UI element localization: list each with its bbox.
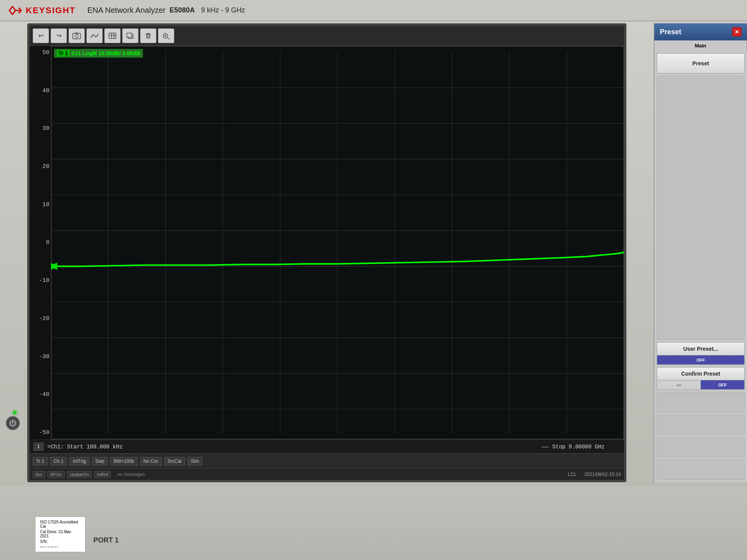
y-axis: 50 40 30 20 10 0 -10 -20 -30 -40 -50 (30, 46, 51, 439)
svg-line-16 (167, 38, 170, 39)
stop-frequency: Stop 9.00000 GHz (552, 444, 605, 450)
status-bar-1: Tr 1 Ch 1 IntTrig Swp BW=100k No Cor Src… (30, 453, 624, 468)
y-label-0: 0 (30, 240, 49, 245)
confirm-preset-button[interactable]: Confirm Preset (657, 367, 745, 380)
empty-button-3 (657, 415, 745, 435)
status-rfon[interactable]: RFOn (47, 471, 64, 478)
status-ch1[interactable]: Ch 1 (50, 457, 67, 466)
freq-line: —— (542, 444, 549, 450)
confirm-preset-on[interactable]: on (657, 380, 701, 389)
channel-indicator: 1 (33, 443, 44, 451)
trace-number: Tr 1 (57, 50, 70, 56)
user-preset-toggle[interactable]: OFF (657, 355, 745, 365)
sticker-line3: S/N: (40, 539, 81, 544)
confirm-preset-group: Confirm Preset on OFF (657, 367, 745, 390)
chart-area: Tr 1 S11 LogM 10.00dB/ 0.00dB (51, 46, 624, 439)
port-1-label: PORT 1 (93, 536, 119, 544)
screenshot-button[interactable] (68, 28, 85, 43)
svg-rect-12 (147, 34, 150, 38)
datetime: 2021/08/02-15:14 (584, 472, 621, 477)
y-label-n30: -30 (30, 354, 49, 360)
user-preset-off[interactable]: OFF (657, 355, 744, 364)
redo-button[interactable]: ↪ (51, 28, 67, 43)
y-label-30: 30 (30, 126, 49, 131)
status-bar-2: Svc RFOn UpdateOn IntRef no messages LCL… (30, 468, 624, 480)
svg-rect-11 (127, 33, 132, 37)
svg-rect-3 (73, 33, 81, 39)
y-label-n40: -40 (30, 392, 49, 397)
instrument-name: ENA Network Analyzer (87, 6, 165, 15)
power-led (13, 411, 17, 415)
user-preset-group: User Preset... OFF (657, 342, 745, 365)
y-label-10: 10 (30, 202, 49, 208)
empty-button-5 (657, 460, 745, 480)
empty-button-1 (657, 76, 745, 340)
status-tr1[interactable]: Tr 1 (33, 457, 48, 466)
sticker-line1: ISO 17025 Accredited Cal (40, 520, 81, 528)
svg-rect-6 (109, 33, 116, 38)
preset-panel: Preset ✕ Main Preset User Preset... (654, 23, 747, 482)
empty-button-4 (657, 437, 745, 457)
freq-range: 9 kHz - 9 GHz (201, 6, 245, 14)
y-label-40: 40 (30, 88, 49, 94)
status-inttrig[interactable]: IntTrig (69, 457, 89, 466)
y-label-50: 50 (30, 50, 49, 56)
trace-label: Tr 1 S11 LogM 10.00dB/ 0.00dB (54, 49, 143, 58)
bottom-section: ISO 17025 Accredited Cal Cal Done: 22-Ma… (0, 486, 747, 560)
panel-tabs: Main (654, 40, 747, 51)
trace-button[interactable] (86, 28, 103, 43)
svg-point-4 (75, 35, 78, 38)
confirm-preset-off[interactable]: OFF (701, 380, 744, 389)
display-area: ↩ ↪ 50 40 (27, 23, 626, 482)
trace-info: S11 LogM 10.00dB/ 0.00dB (71, 50, 140, 56)
header-bar: KEYSIGHT ENA Network Analyzer E5080A 9 k… (0, 0, 747, 21)
start-frequency: >Ch1: Start 100.000 kHz (47, 444, 542, 450)
chart-bottom-bar: 1 >Ch1: Start 100.000 kHz —— Stop 9.0000… (30, 439, 624, 453)
cal-sticker: ISO 17025 Accredited Cal Cal Done: 22-Ma… (35, 516, 86, 552)
zoom-button[interactable] (158, 28, 174, 43)
keysight-logo: KEYSIGHT (8, 5, 75, 16)
delete-button[interactable] (140, 28, 156, 43)
chart-container: 50 40 30 20 10 0 -10 -20 -30 -40 -50 (30, 46, 624, 439)
y-label-20: 20 (30, 164, 49, 170)
copy-button[interactable] (122, 28, 139, 43)
power-icon (9, 419, 17, 427)
status-message: no messages (113, 472, 566, 477)
status-srccal[interactable]: SrcCal (164, 457, 185, 466)
undo-button[interactable]: ↩ (33, 28, 49, 43)
keysight-sticker: KEYSIGHT (40, 545, 81, 549)
chart-svg (51, 46, 624, 439)
instrument-model: E5080A (170, 6, 195, 14)
empty-button-2 (657, 392, 745, 412)
status-svc[interactable]: Svc (33, 471, 45, 478)
confirm-preset-toggle[interactable]: on OFF (657, 380, 745, 390)
tab-main[interactable]: Main (654, 40, 747, 51)
y-label-n10: -10 (30, 278, 49, 284)
keysight-logo-icon (8, 5, 23, 16)
sticker-line2: Cal Done: 22-Mar-2021 (40, 530, 81, 538)
status-nocor[interactable]: No Cor (140, 457, 162, 466)
status-intref[interactable]: IntRef (94, 471, 111, 478)
panel-close-button[interactable]: ✕ (732, 27, 742, 37)
instrument-body: KEYSIGHT ENA Network Analyzer E5080A 9 k… (0, 0, 747, 560)
panel-header: Preset ✕ (654, 23, 747, 40)
power-button[interactable] (6, 416, 20, 430)
lcl-status: LCL (568, 472, 577, 477)
status-updateon[interactable]: UpdateOn (67, 471, 92, 478)
toolbar: ↩ ↪ (30, 26, 624, 46)
status-swp[interactable]: Swp (92, 457, 108, 466)
panel-title: Preset (660, 28, 681, 36)
status-bw[interactable]: BW=100k (110, 457, 137, 466)
y-label-n50: -50 (30, 430, 49, 436)
y-label-n20: -20 (30, 316, 49, 322)
brand-name: KEYSIGHT (26, 5, 75, 16)
svg-rect-5 (75, 33, 78, 34)
power-button-area (6, 416, 21, 432)
grid-button[interactable] (104, 28, 121, 43)
user-preset-button[interactable]: User Preset... (657, 342, 745, 355)
status-right: LCL 2021/08/02-15:14 (568, 472, 621, 477)
status-sim[interactable]: Sim (188, 457, 203, 466)
preset-button[interactable]: Preset (657, 53, 745, 74)
panel-button-list: Preset User Preset... OFF Confirm Preset (654, 51, 747, 482)
